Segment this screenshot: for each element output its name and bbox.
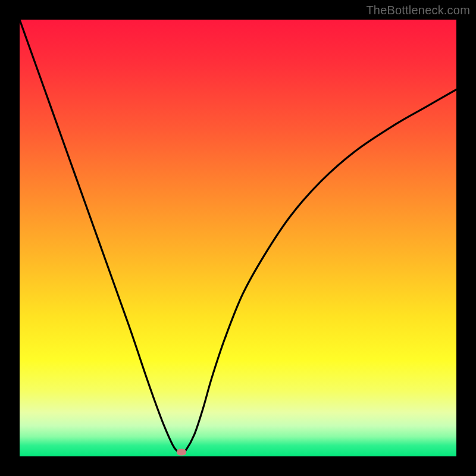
watermark-text: TheBottleneck.com — [366, 4, 470, 17]
minimum-marker — [177, 449, 186, 455]
plot-area — [20, 20, 456, 456]
chart-frame: TheBottleneck.com — [0, 0, 476, 476]
curve-layer — [20, 20, 456, 456]
bottleneck-curve — [20, 20, 456, 454]
